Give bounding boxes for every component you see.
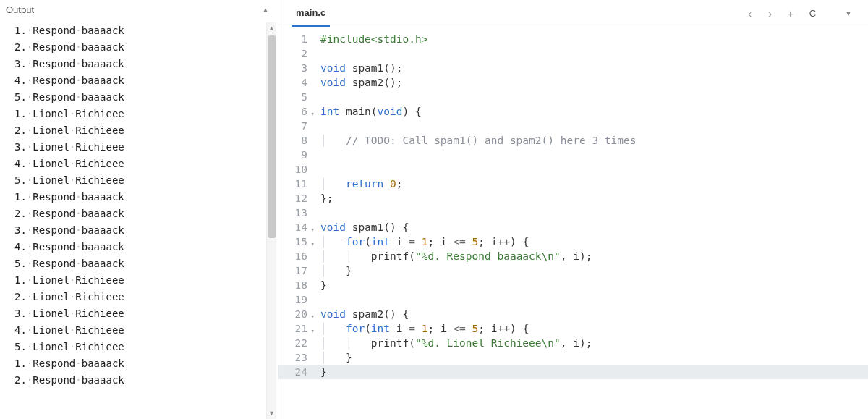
scroll-up-icon[interactable]: ▲: [267, 22, 276, 34]
code-text[interactable]: │ return 0;: [313, 177, 403, 191]
code-line[interactable]: 8│ // TODO: Call spam1() and spam2() her…: [278, 133, 868, 148]
code-text[interactable]: [313, 90, 320, 104]
code-text[interactable]: │ for(int i = 1; i <= 5; i++) {: [313, 321, 529, 336]
code-line[interactable]: 6▾int main(void) {: [278, 104, 868, 119]
output-line: 1.·Lionel·Richieee: [14, 272, 278, 289]
code-text[interactable]: };: [313, 191, 333, 206]
output-line: 3.·Lionel·Richieee: [14, 139, 278, 156]
line-number: 22: [278, 336, 313, 350]
line-number: 7: [278, 119, 313, 133]
code-line[interactable]: 12};: [278, 191, 868, 206]
scroll-down-icon[interactable]: ▼: [267, 407, 276, 419]
line-number: 17: [278, 263, 313, 278]
file-tab[interactable]: main.c: [292, 7, 330, 27]
add-tab-button[interactable]: +: [780, 7, 801, 20]
code-line[interactable]: 2: [278, 46, 868, 61]
output-line: 4.·Respond·baaaack: [14, 72, 278, 89]
output-line: 5.·Lionel·Richieee: [14, 172, 278, 189]
output-line: 3.·Lionel·Richieee: [14, 305, 278, 322]
code-line[interactable]: 13: [278, 206, 868, 220]
output-line: 5.·Lionel·Richieee: [14, 339, 278, 355]
code-text[interactable]: │ // TODO: Call spam1() and spam2() here…: [313, 133, 637, 148]
scroll-thumb[interactable]: [268, 35, 276, 238]
output-body: 1.·Respond·baaaack2.·Respond·baaaack3.·R…: [0, 22, 278, 419]
code-line[interactable]: 20▾void spam2() {: [278, 307, 868, 321]
output-line: 1.·Respond·baaaack: [14, 355, 278, 372]
output-line: 3.·Respond·baaaack: [14, 222, 278, 239]
output-line: 2.·Respond·baaaack: [14, 206, 278, 222]
code-text[interactable]: [313, 292, 320, 307]
code-line[interactable]: 4void spam2();: [278, 75, 868, 90]
code-line[interactable]: 16│ │ printf("%d. Respond baaaack\n", i)…: [278, 249, 868, 263]
code-text[interactable]: }: [313, 278, 327, 292]
line-number: 13: [278, 206, 313, 220]
code-line[interactable]: 18}: [278, 278, 868, 292]
line-number: 21▾: [278, 321, 313, 336]
code-text[interactable]: │ }: [313, 263, 352, 278]
line-number: 5: [278, 90, 313, 104]
output-header: Output ▲: [0, 0, 278, 22]
code-text[interactable]: │ │ printf("%d. Lionel Richieee\n", i);: [313, 336, 592, 350]
code-text[interactable]: void spam1();: [313, 61, 403, 75]
code-text[interactable]: #include<stdio.h>: [313, 32, 427, 46]
line-number: 23: [278, 350, 313, 365]
code-editor[interactable]: 1#include<stdio.h>23void spam1();4void s…: [278, 27, 868, 419]
line-number: 15▾: [278, 234, 313, 249]
line-number: 9: [278, 148, 313, 162]
code-text[interactable]: [313, 162, 320, 177]
line-number: 1: [278, 32, 313, 46]
code-line[interactable]: 5: [278, 90, 868, 104]
code-line[interactable]: 17│ }: [278, 263, 868, 278]
code-line[interactable]: 14▾void spam1() {: [278, 220, 868, 234]
code-text[interactable]: void spam2() {: [313, 307, 409, 321]
code-text[interactable]: void spam2();: [313, 75, 403, 90]
code-line[interactable]: 15▾│ for(int i = 1; i <= 5; i++) {: [278, 234, 868, 249]
line-number: 11: [278, 177, 313, 191]
output-line: 4.·Lionel·Richieee: [14, 322, 278, 339]
output-title: Output: [6, 4, 34, 15]
output-line: 4.·Lionel·Richieee: [14, 156, 278, 172]
nav-prev-button[interactable]: ‹: [740, 7, 760, 20]
chevron-down-icon: ▼: [845, 9, 852, 17]
code-text[interactable]: void spam1() {: [313, 220, 409, 234]
code-text[interactable]: [313, 206, 320, 220]
collapse-icon[interactable]: ▲: [262, 6, 269, 14]
language-selector[interactable]: C ▼: [801, 8, 861, 19]
line-number: 6▾: [278, 104, 313, 119]
output-scrollbar[interactable]: ▲ ▼: [266, 22, 276, 419]
code-text[interactable]: [313, 46, 320, 61]
line-number: 10: [278, 162, 313, 177]
code-text[interactable]: [313, 119, 320, 133]
code-text[interactable]: │ │ printf("%d. Respond baaaack\n", i);: [313, 249, 592, 263]
code-text[interactable]: }: [313, 365, 327, 379]
output-line: 1.·Respond·baaaack: [14, 189, 278, 206]
line-number: 12: [278, 191, 313, 206]
code-line[interactable]: 23│ }: [278, 350, 868, 365]
code-line[interactable]: 24}: [278, 365, 868, 379]
code-line[interactable]: 9: [278, 148, 868, 162]
line-number: 2: [278, 46, 313, 61]
code-text[interactable]: │ for(int i = 1; i <= 5; i++) {: [313, 234, 529, 249]
code-text[interactable]: int main(void) {: [313, 104, 422, 119]
code-line[interactable]: 7: [278, 119, 868, 133]
line-number: 24: [278, 365, 313, 379]
line-number: 20▾: [278, 307, 313, 321]
code-line[interactable]: 21▾│ for(int i = 1; i <= 5; i++) {: [278, 321, 868, 336]
code-line[interactable]: 10: [278, 162, 868, 177]
code-line[interactable]: 1#include<stdio.h>: [278, 32, 868, 46]
output-line: 2.·Lionel·Richieee: [14, 122, 278, 139]
output-panel: Output ▲ 1.·Respond·baaaack2.·Respond·ba…: [0, 0, 278, 419]
code-line[interactable]: 11│ return 0;: [278, 177, 868, 191]
output-line: 5.·Respond·baaaack: [14, 255, 278, 272]
code-line[interactable]: 22│ │ printf("%d. Lionel Richieee\n", i)…: [278, 336, 868, 350]
code-line[interactable]: 19: [278, 292, 868, 307]
code-text[interactable]: │ }: [313, 350, 352, 365]
chevron-right-icon: ›: [768, 7, 772, 20]
output-line: 2.·Lionel·Richieee: [14, 289, 278, 305]
code-line[interactable]: 3void spam1();: [278, 61, 868, 75]
nav-next-button[interactable]: ›: [760, 7, 780, 20]
output-line: 2.·Respond·baaaack: [14, 39, 278, 56]
code-text[interactable]: [313, 148, 320, 162]
output-line: 2.·Respond·baaaack: [14, 372, 278, 389]
line-number: 19: [278, 292, 313, 307]
